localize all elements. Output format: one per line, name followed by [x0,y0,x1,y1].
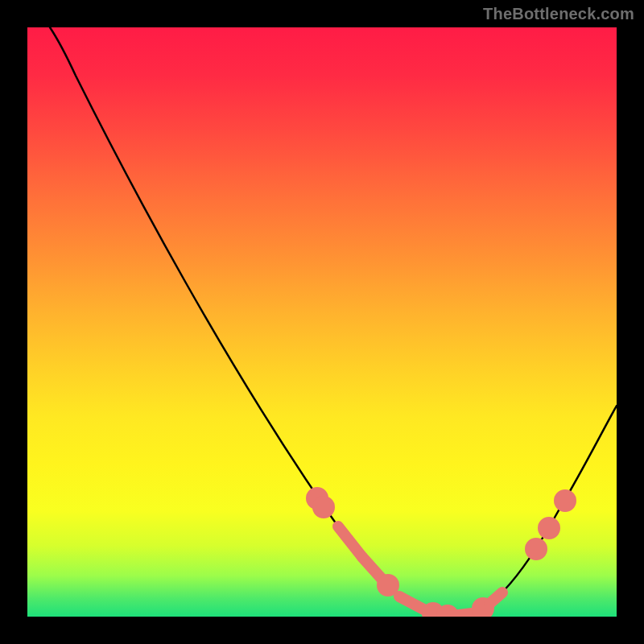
svg-point-4 [382,580,394,591]
curve-svg [27,27,617,617]
svg-point-11 [530,543,542,555]
svg-point-13 [559,495,571,506]
svg-line-10 [489,592,502,604]
chart-container: TheBottleneck.com [0,0,644,644]
svg-line-8 [452,613,472,616]
watermark-text: TheBottleneck.com [483,5,634,23]
svg-point-1 [318,502,329,513]
svg-line-3 [362,557,383,580]
svg-point-12 [543,522,555,534]
data-points [312,493,571,617]
plot-area [27,27,617,617]
svg-line-2 [338,526,362,557]
